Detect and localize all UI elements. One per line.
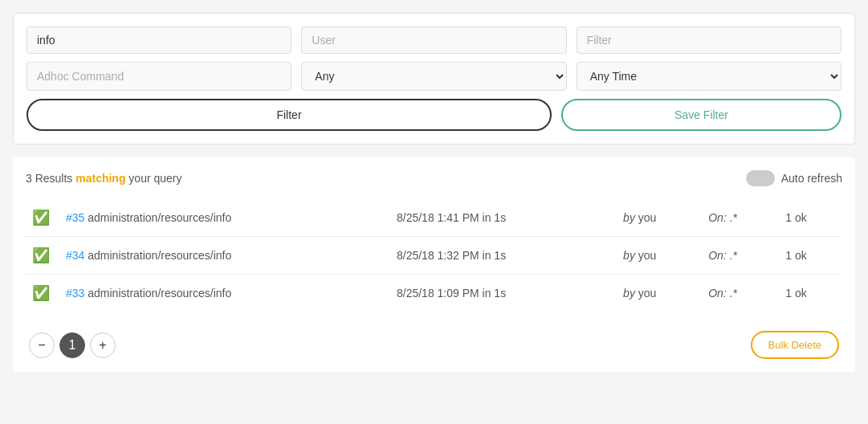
pagination-page-1[interactable]: 1 xyxy=(59,332,85,358)
result-status: 1 ok xyxy=(779,199,842,237)
status-icon-cell: ✅ xyxy=(26,237,59,275)
table-row: ✅ #34 administration/resources/info 8/25… xyxy=(26,237,842,275)
bulk-delete-button[interactable]: Bulk Delete xyxy=(751,331,839,359)
save-filter-button[interactable]: Save Filter xyxy=(561,99,842,131)
results-count: 3 Results matching your query xyxy=(26,172,182,185)
auto-refresh-toggle[interactable] xyxy=(746,170,775,186)
adhoc-command-input[interactable] xyxy=(26,62,291,91)
result-by: by you xyxy=(617,237,702,275)
status-icon-cell: ✅ xyxy=(26,275,59,312)
result-path: administration/resources/info xyxy=(88,249,231,262)
result-path: administration/resources/info xyxy=(88,211,231,224)
result-status: 1 ok xyxy=(779,237,842,275)
results-section: 3 Results matching your query Auto refre… xyxy=(13,157,855,372)
pagination-next[interactable]: + xyxy=(90,332,116,358)
result-date: 8/25/18 1:09 PM in 1s xyxy=(390,275,617,312)
result-on: On: .* xyxy=(702,237,779,275)
result-path: administration/resources/info xyxy=(88,287,231,300)
auto-refresh-label: Auto refresh xyxy=(781,172,842,185)
results-table: ✅ #35 administration/resources/info 8/25… xyxy=(26,199,842,312)
filter-row-1 xyxy=(26,26,842,54)
result-id-link[interactable]: #35 xyxy=(66,211,84,224)
filter-row-2: Any Any Time xyxy=(26,62,842,91)
filter-actions: Filter Save Filter xyxy=(26,99,842,131)
success-icon: ✅ xyxy=(32,285,50,301)
filter-section: Any Any Time Filter Save Filter xyxy=(13,13,855,145)
pagination-prev[interactable]: − xyxy=(29,332,55,358)
table-row: ✅ #33 administration/resources/info 8/25… xyxy=(26,275,842,312)
result-id-link[interactable]: #33 xyxy=(66,287,84,300)
table-row: ✅ #35 administration/resources/info 8/25… xyxy=(26,199,842,237)
auto-refresh-container: Auto refresh xyxy=(746,170,842,186)
result-status: 1 ok xyxy=(779,275,842,312)
result-id-link[interactable]: #34 xyxy=(66,249,84,262)
result-on: On: .* xyxy=(702,199,779,237)
result-date: 8/25/18 1:41 PM in 1s xyxy=(390,199,617,237)
result-on: On: .* xyxy=(702,275,779,312)
success-icon: ✅ xyxy=(32,210,50,226)
filter-input[interactable] xyxy=(577,26,842,54)
result-by: by you xyxy=(617,199,702,237)
anytime-select[interactable]: Any Time xyxy=(577,62,842,91)
any-select[interactable]: Any xyxy=(301,62,566,91)
status-icon-cell: ✅ xyxy=(26,199,59,237)
result-id-path-cell: #34 administration/resources/info xyxy=(59,237,390,275)
result-by: by you xyxy=(617,275,702,312)
user-input[interactable] xyxy=(301,26,566,54)
results-header: 3 Results matching your query Auto refre… xyxy=(26,170,842,186)
results-highlight: matching xyxy=(75,172,125,185)
result-id-path-cell: #33 administration/resources/info xyxy=(59,275,390,312)
filter-button[interactable]: Filter xyxy=(26,99,552,131)
success-icon: ✅ xyxy=(32,247,50,263)
pagination: − 1 + xyxy=(29,332,116,358)
query-input[interactable] xyxy=(26,26,291,54)
result-date: 8/25/18 1:32 PM in 1s xyxy=(390,237,617,275)
footer-row: − 1 + Bulk Delete xyxy=(26,331,842,359)
result-id-path-cell: #35 administration/resources/info xyxy=(59,199,390,237)
